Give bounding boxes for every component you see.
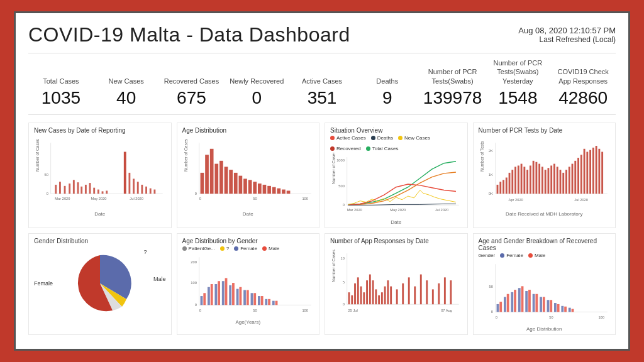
chart-situation: Situation Overview Active Cases Deaths N… [325,123,468,228]
svg-text:0K: 0K [488,192,492,195]
svg-rect-6 [59,182,61,194]
legend-deaths-dot [371,136,375,140]
chart-age-gender-xlabel: Age(Years) [182,319,314,325]
legend-active-dot [330,136,335,140]
svg-text:50: 50 [253,197,257,200]
chart-situation-title: Situation Overview [330,127,462,134]
svg-rect-194 [564,307,567,312]
svg-rect-88 [550,165,552,194]
kpi-active-label: Active Cases [292,68,352,85]
svg-rect-144 [348,292,350,304]
svg-rect-21 [137,182,139,194]
kpi-pcr-yesterday-value: 1548 [487,88,548,108]
dashboard: COVID-19 Malta - Data Dashboard Aug 08, … [14,11,630,351]
kpi-newly-recovered: Newly Recovered 0 [224,68,289,108]
svg-rect-177 [503,297,506,312]
svg-rect-20 [133,178,135,194]
chart-age-dist-svg: Number of Cases 0 [182,135,314,207]
svg-rect-156 [384,287,386,305]
kpi-deaths-value: 9 [357,88,418,108]
svg-rect-42 [243,178,247,194]
svg-rect-71 [499,182,501,194]
svg-text:Number of Cases: Number of Cases [183,138,187,171]
svg-rect-80 [526,170,528,194]
chart-pcr-title: Number of PCR Tests by Date [479,127,611,134]
chart-situation-legend: Active Cases Deaths New Cases Recovered … [330,135,462,151]
svg-text:0: 0 [199,197,201,200]
svg-rect-37 [219,161,223,194]
svg-rect-78 [520,163,522,194]
svg-rect-104 [598,149,600,194]
svg-rect-73 [505,177,507,194]
svg-rect-23 [145,187,147,194]
svg-rect-113 [200,296,203,305]
svg-rect-129 [257,296,260,305]
svg-rect-9 [73,180,75,194]
svg-rect-39 [229,170,233,194]
legend-total: Total Cases [366,146,399,151]
svg-rect-166 [438,283,440,304]
svg-rect-153 [375,289,377,304]
svg-text:1K: 1K [488,173,492,177]
svg-text:Apr 2020: Apr 2020 [508,198,523,202]
svg-rect-22 [141,185,143,194]
svg-rect-131 [265,299,267,305]
svg-rect-122 [232,283,235,305]
svg-rect-128 [253,293,256,305]
svg-rect-97 [577,158,579,194]
kpi-recovered-value: 675 [162,88,222,108]
legend-total-label: Total Cases [372,146,399,151]
svg-text:Mar 2020: Mar 2020 [347,208,362,212]
svg-rect-95 [571,163,573,194]
svg-rect-178 [506,294,509,312]
svg-rect-160 [402,283,404,304]
svg-text:Number of Cases: Number of Cases [331,249,336,282]
legend-rec-male-dot [528,253,533,258]
svg-rect-86 [544,170,546,194]
chart-age-dist-title: Age Distribution [182,127,314,134]
svg-rect-188 [542,297,545,312]
legend-rec-female-label: Female [506,253,523,258]
svg-rect-158 [390,287,392,305]
svg-rect-82 [532,161,534,194]
legend-male: Male [262,246,279,251]
svg-text:0: 0 [491,310,492,314]
svg-rect-100 [586,151,588,194]
svg-rect-89 [553,163,555,194]
svg-rect-83 [535,162,537,194]
svg-text:0: 0 [194,192,196,195]
svg-rect-18 [124,151,126,194]
svg-rect-99 [583,149,585,194]
charts-grid: New Cases by Date of Reporting Number of… [28,123,616,335]
chart-new-cases-title: New Cases by Date of Reporting [34,127,166,134]
chart-age-gender-title: Age Distribution by Gender [182,238,314,244]
svg-rect-45 [257,184,261,194]
header-row: COVID-19 Malta - Data Dashboard Aug 08, … [28,23,616,47]
kpi-active: Active Cases 351 [289,68,355,108]
legend-new: New Cases [398,135,430,141]
svg-rect-102 [592,148,594,194]
kpi-app-value: 42860 [553,88,613,108]
svg-rect-77 [517,165,519,194]
svg-rect-34 [205,155,209,194]
svg-rect-146 [354,283,356,304]
svg-rect-124 [239,287,242,305]
svg-rect-5 [55,185,57,194]
last-refreshed: Last Refreshed (Local) [518,35,616,44]
svg-rect-182 [521,286,523,312]
svg-rect-87 [547,168,549,194]
svg-rect-118 [218,281,220,305]
kpi-new-cases-label: New Cases [96,68,157,85]
svg-rect-36 [214,163,218,194]
svg-rect-190 [550,300,552,312]
kpi-pcr-yesterday: Number of PCR Tests(Swabs) Yesterday 154… [485,58,550,108]
kpi-deaths-label: Deaths [357,68,418,85]
legend-rec-gender: Gender [479,253,496,258]
svg-rect-191 [553,303,556,312]
svg-rect-47 [267,186,271,194]
svg-rect-150 [366,280,368,304]
chart-age-gender-recovered-legend: Gender Female Male [479,253,611,258]
svg-text:07 Aug: 07 Aug [441,309,452,312]
kpi-recovered-label: Recovered Cases [162,68,222,85]
svg-rect-167 [444,277,446,304]
